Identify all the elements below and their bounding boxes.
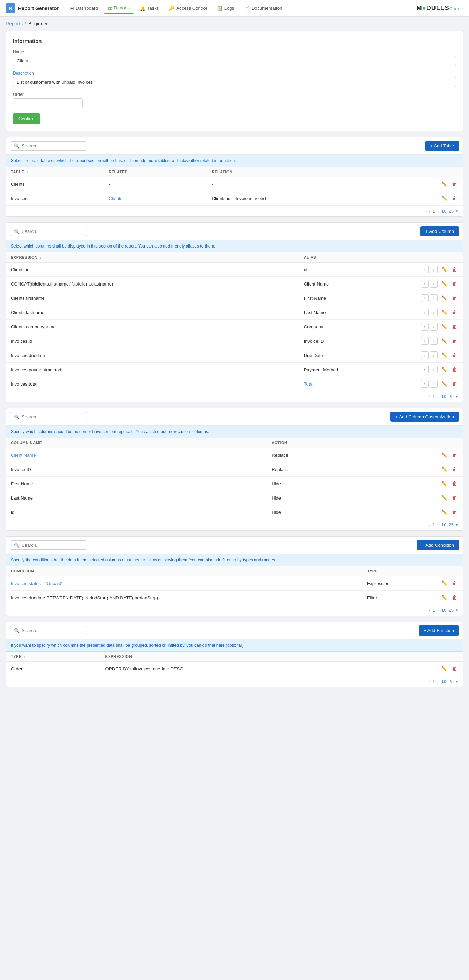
page-size-25[interactable]: 25 (449, 522, 454, 528)
edit-column-btn[interactable]: ✏️ (440, 280, 448, 288)
page-size-more[interactable]: ▾ (456, 208, 458, 214)
page-size-10[interactable]: 10 (442, 394, 446, 399)
delete-custom-btn[interactable]: 🗑 (451, 480, 458, 487)
delete-custom-btn[interactable]: 🗑 (451, 451, 458, 459)
page-number[interactable]: 1 (432, 522, 435, 528)
page-size-more[interactable]: ▾ (456, 679, 458, 684)
name-input[interactable] (13, 56, 456, 66)
move-down-btn[interactable]: ↓ (430, 294, 438, 302)
page-size-25[interactable]: 25 (449, 208, 454, 214)
next-page-btn[interactable]: › (437, 679, 439, 684)
edit-column-btn[interactable]: ✏️ (440, 352, 448, 359)
edit-custom-btn[interactable]: ✏️ (440, 480, 448, 487)
delete-table-btn[interactable]: 🗑 (451, 180, 458, 188)
edit-custom-btn[interactable]: ✏️ (440, 494, 448, 502)
delete-condition-btn[interactable]: 🗑 (451, 579, 458, 587)
move-down-btn[interactable]: ↓ (430, 337, 438, 345)
columns-search-box[interactable]: 🔍 (10, 227, 87, 236)
delete-table-btn[interactable]: 🗑 (451, 194, 458, 202)
prev-page-btn[interactable]: ‹ (429, 394, 430, 399)
edit-column-btn[interactable]: ✏️ (440, 323, 448, 331)
nav-reports[interactable]: ▦ Reports (104, 3, 134, 14)
move-down-btn[interactable]: ↓ (430, 352, 438, 359)
move-down-btn[interactable]: ↓ (430, 280, 438, 288)
move-down-btn[interactable]: ↓ (430, 323, 438, 331)
page-size-25[interactable]: 25 (449, 394, 454, 399)
prev-page-btn[interactable]: ‹ (429, 608, 430, 613)
edit-custom-btn[interactable]: ✏️ (440, 508, 448, 516)
page-size-10[interactable]: 10 (442, 608, 446, 613)
move-up-btn[interactable]: ↑ (421, 352, 429, 359)
conditions-search-box[interactable]: 🔍 (10, 540, 87, 550)
delete-column-btn[interactable]: 🗑 (451, 380, 458, 388)
confirm-button[interactable]: Confirm (13, 113, 40, 124)
page-size-more[interactable]: ▾ (456, 522, 458, 528)
breadcrumb-parent[interactable]: Reports (6, 21, 23, 27)
move-down-btn[interactable]: ↓ (430, 266, 438, 273)
edit-condition-btn[interactable]: ✏️ (440, 594, 448, 601)
add-condition-button[interactable]: + Add Condition (417, 540, 459, 550)
customization-search-input[interactable] (22, 414, 78, 419)
conditions-search-input[interactable] (22, 542, 78, 548)
delete-custom-btn[interactable]: 🗑 (451, 508, 458, 516)
page-size-25[interactable]: 25 (449, 679, 454, 684)
next-page-btn[interactable]: › (437, 208, 439, 214)
page-size-10[interactable]: 10 (442, 208, 446, 214)
tables-search-input[interactable] (22, 143, 78, 148)
page-size-10[interactable]: 10 (442, 522, 446, 528)
add-table-button[interactable]: + Add Table (425, 141, 459, 151)
functions-search-box[interactable]: 🔍 (10, 626, 87, 635)
delete-column-btn[interactable]: 🗑 (451, 323, 458, 331)
nav-documentation[interactable]: 📄 Documentation (240, 3, 286, 13)
delete-column-btn[interactable]: 🗑 (451, 337, 458, 345)
edit-column-btn[interactable]: ✏️ (440, 380, 448, 388)
move-up-btn[interactable]: ↑ (421, 366, 429, 373)
prev-page-btn[interactable]: ‹ (429, 522, 430, 528)
page-size-25[interactable]: 25 (449, 608, 454, 613)
page-size-more[interactable]: ▾ (456, 394, 458, 399)
columns-search-input[interactable] (22, 229, 78, 234)
page-size-10[interactable]: 10 (442, 679, 446, 684)
delete-custom-btn[interactable]: 🗑 (451, 494, 458, 502)
functions-search-input[interactable] (22, 628, 78, 633)
nav-tasks[interactable]: 🔔 Tasks (136, 3, 163, 13)
prev-page-btn[interactable]: ‹ (429, 208, 430, 214)
next-page-btn[interactable]: › (437, 394, 439, 399)
edit-column-btn[interactable]: ✏️ (440, 266, 448, 273)
move-down-btn[interactable]: ↓ (430, 366, 438, 373)
page-number[interactable]: 1 (432, 208, 435, 214)
move-up-btn[interactable]: ↑ (421, 337, 429, 345)
edit-function-btn[interactable]: ✏️ (440, 665, 448, 673)
delete-column-btn[interactable]: 🗑 (451, 366, 458, 373)
edit-condition-btn[interactable]: ✏️ (440, 579, 448, 587)
edit-column-btn[interactable]: ✏️ (440, 366, 448, 373)
page-size-more[interactable]: ▾ (456, 608, 458, 613)
delete-column-btn[interactable]: 🗑 (451, 294, 458, 302)
add-customization-button[interactable]: + Add Column Customization (391, 412, 459, 422)
page-number[interactable]: 1 (432, 394, 435, 399)
description-input[interactable] (13, 77, 456, 87)
nav-dashboard[interactable]: ⊞ Dashboard (65, 3, 102, 13)
order-input[interactable] (13, 98, 83, 108)
edit-table-btn[interactable]: ✏️ (440, 180, 448, 188)
prev-page-btn[interactable]: ‹ (429, 679, 430, 684)
delete-column-btn[interactable]: 🗑 (451, 352, 458, 359)
move-up-btn[interactable]: ↑ (421, 309, 429, 316)
edit-custom-btn[interactable]: ✏️ (440, 465, 448, 473)
customization-search-box[interactable]: 🔍 (10, 412, 87, 422)
edit-column-btn[interactable]: ✏️ (440, 309, 448, 316)
nav-access-control[interactable]: 🔑 Access Control (164, 3, 211, 13)
move-up-btn[interactable]: ↑ (421, 380, 429, 388)
edit-table-btn[interactable]: ✏️ (440, 194, 448, 202)
page-number[interactable]: 1 (432, 608, 435, 613)
add-column-button[interactable]: + Add Column (421, 226, 459, 236)
delete-custom-btn[interactable]: 🗑 (451, 465, 458, 473)
add-function-button[interactable]: + Add Function (419, 625, 459, 636)
delete-column-btn[interactable]: 🗑 (451, 309, 458, 316)
move-up-btn[interactable]: ↑ (421, 294, 429, 302)
move-up-btn[interactable]: ↑ (421, 266, 429, 273)
next-page-btn[interactable]: › (437, 522, 439, 528)
delete-condition-btn[interactable]: 🗑 (451, 594, 458, 601)
move-up-btn[interactable]: ↑ (421, 280, 429, 288)
tables-search-box[interactable]: 🔍 (10, 141, 87, 151)
